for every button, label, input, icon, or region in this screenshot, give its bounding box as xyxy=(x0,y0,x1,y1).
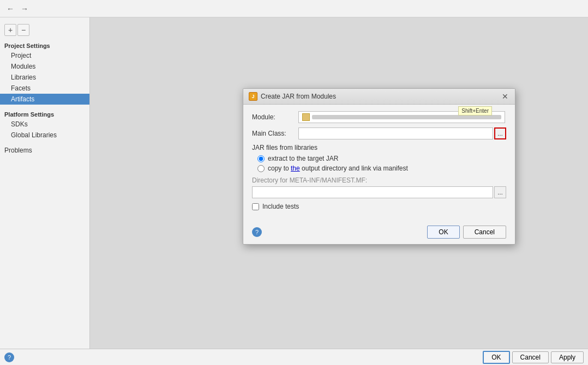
dialog-cancel-button[interactable]: Cancel xyxy=(463,226,506,239)
radio-extract-label: extract to the target JAR xyxy=(268,155,338,162)
main-class-label: Main Class: xyxy=(252,130,298,137)
dialog-help-button[interactable]: ? xyxy=(252,227,262,237)
sidebar-item-global-libraries[interactable]: Global Libraries xyxy=(0,130,89,141)
sidebar: + − Project Settings Project Modules Lib… xyxy=(0,17,90,349)
dialog-body: Module: Shift+Enter xyxy=(243,105,515,222)
project-settings-title: Project Settings xyxy=(0,40,89,50)
dialog-title-left: J Create JAR from Modules xyxy=(249,92,336,101)
main-class-input[interactable] xyxy=(298,127,493,139)
sidebar-item-facets[interactable]: Facets xyxy=(0,83,89,94)
radio-copy-label: copy to the output directory and link vi… xyxy=(268,165,408,172)
radio-group: extract to the target JAR copy to the ou… xyxy=(257,155,506,172)
sidebar-item-artifacts[interactable]: Artifacts xyxy=(0,94,89,105)
app-container: ← → + − Project Settings Project Modules… xyxy=(0,0,588,365)
main-class-row: Main Class: … xyxy=(252,127,506,139)
bottom-ok-button[interactable]: OK xyxy=(483,351,509,364)
main-class-input-group: … xyxy=(298,127,506,139)
module-row: Module: Shift+Enter xyxy=(252,111,506,123)
sidebar-item-libraries[interactable]: Libraries xyxy=(0,72,89,83)
sidebar-item-project[interactable]: Project xyxy=(0,50,89,61)
meta-inf-section: Directory for META-INF/MANIFEST.MF: … xyxy=(252,177,506,198)
include-tests-checkbox[interactable] xyxy=(252,203,259,210)
radio-copy-row: copy to the output directory and link vi… xyxy=(257,165,506,172)
jar-files-section-title: JAR files from libraries xyxy=(252,144,506,151)
top-toolbar: ← → xyxy=(0,0,588,17)
forward-button[interactable]: → xyxy=(19,3,31,15)
dialog-close-button[interactable]: ✕ xyxy=(501,92,509,101)
include-tests-row: Include tests xyxy=(252,203,506,210)
meta-inf-label: Directory for META-INF/MANIFEST.MF: xyxy=(252,177,506,184)
radio-copy[interactable] xyxy=(257,165,265,172)
sidebar-item-problems[interactable]: Problems xyxy=(0,145,89,156)
dialog-overlay: J Create JAR from Modules ✕ Module: xyxy=(90,17,588,349)
main-class-browse-button[interactable]: … xyxy=(494,127,506,139)
dialog-titlebar: J Create JAR from Modules ✕ xyxy=(243,89,515,105)
module-blurred xyxy=(312,115,501,119)
bottom-apply-button[interactable]: Apply xyxy=(551,351,584,363)
create-jar-dialog: J Create JAR from Modules ✕ Module: xyxy=(243,88,515,245)
dialog-ok-button[interactable]: OK xyxy=(427,226,459,239)
module-label: Module: xyxy=(252,113,298,121)
platform-settings-title: Platform Settings xyxy=(0,109,89,119)
bottom-bar: ? OK Cancel Apply xyxy=(0,349,588,365)
bottom-cancel-button[interactable]: Cancel xyxy=(512,351,549,363)
sidebar-item-sdks[interactable]: SDKs xyxy=(0,119,89,130)
dialog-footer-buttons: OK Cancel xyxy=(427,226,506,239)
module-icon xyxy=(302,113,310,121)
module-input-group: Shift+Enter xyxy=(298,111,506,123)
bottom-help-button[interactable]: ? xyxy=(4,352,14,362)
dialog-icon: J xyxy=(249,92,257,101)
meta-inf-input-row: … xyxy=(252,186,506,198)
dialog-footer: ? OK Cancel xyxy=(243,222,515,244)
sidebar-item-modules[interactable]: Modules xyxy=(0,61,89,72)
main-content: + − Project Settings Project Modules Lib… xyxy=(0,17,588,349)
include-tests-label: Include tests xyxy=(262,203,299,210)
meta-inf-input[interactable] xyxy=(252,186,493,198)
remove-artifact-button[interactable]: − xyxy=(17,24,29,36)
radio-extract-row: extract to the target JAR xyxy=(257,155,506,162)
meta-inf-browse-button[interactable]: … xyxy=(494,186,506,198)
shortcut-badge: Shift+Enter xyxy=(458,106,492,115)
content-area: Nothing to show J Create JAR from Module… xyxy=(90,17,588,349)
radio-extract[interactable] xyxy=(257,155,265,162)
back-button[interactable]: ← xyxy=(4,3,16,15)
dialog-title-text: Create JAR from Modules xyxy=(261,93,336,100)
add-artifact-button[interactable]: + xyxy=(4,24,16,36)
